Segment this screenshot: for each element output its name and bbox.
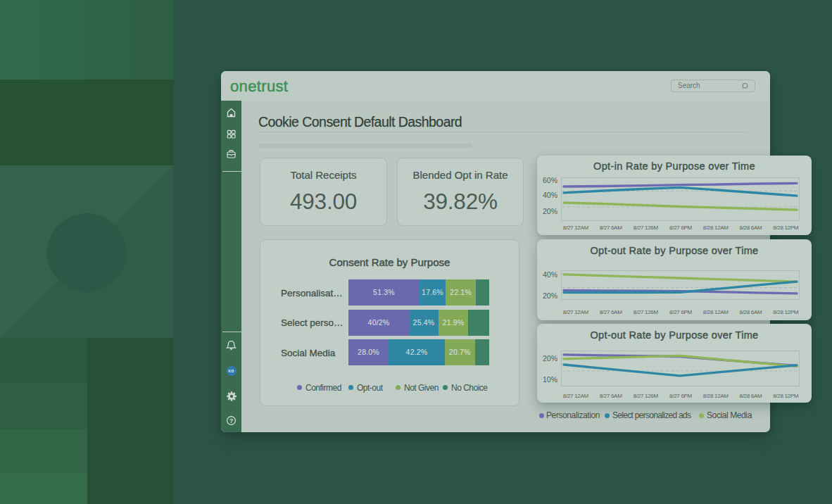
svg-text:?: ?: [229, 417, 233, 424]
